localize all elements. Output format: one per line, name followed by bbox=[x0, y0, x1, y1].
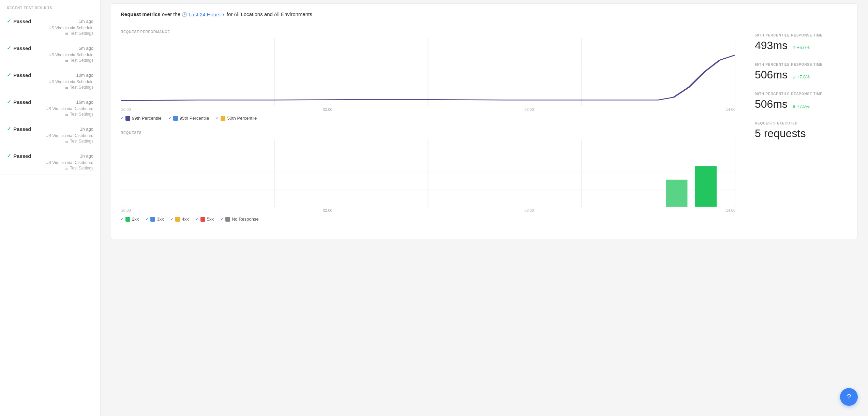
sidebar-header: Recent Test Results bbox=[0, 0, 100, 13]
check-icon-0: ✓ bbox=[7, 18, 11, 24]
check-icon-1: ✓ bbox=[7, 45, 11, 51]
requests-x-label-2: 08:00 bbox=[524, 208, 534, 212]
legend-3xx: ✓ 3xx bbox=[146, 217, 164, 222]
legend-50th-label: 50th Percentile bbox=[227, 116, 257, 121]
legend-5xx-color bbox=[200, 217, 205, 222]
settings-label-1: Test Settings bbox=[70, 58, 93, 63]
settings-2[interactable]: ☰ Test Settings bbox=[7, 85, 93, 90]
metrics-header: Request metrics over the 🕐 Last 24 Hours… bbox=[111, 4, 857, 23]
p50-value-row: 493ms ⊕ +5.0% bbox=[755, 39, 848, 52]
perf-legend: ✓ 99th Percentile ✓ 95th Percentile ✓ bbox=[121, 116, 735, 121]
performance-svg bbox=[121, 38, 735, 106]
p99-value-row: 506ms ⊕ +7.8% bbox=[755, 98, 848, 110]
main-content: Request metrics over the 🕐 Last 24 Hours… bbox=[101, 0, 868, 416]
test-result-item-2[interactable]: ✓ Passed 10m ago US Virginia via Schedul… bbox=[0, 67, 100, 94]
requests-x-label-1: 02:00 bbox=[323, 208, 332, 212]
p99-stat: 99TH PERCENTILE RESPONSE TIME 506ms ⊕ +7… bbox=[755, 92, 848, 110]
location-2: US Virginia via Schedule bbox=[7, 79, 93, 84]
svg-rect-13 bbox=[695, 166, 717, 207]
legend-50th: ✓ 50th Percentile bbox=[216, 116, 257, 121]
settings-label-0: Test Settings bbox=[70, 31, 93, 36]
check-icon-5: ✓ bbox=[7, 153, 11, 159]
p50-stat: 50TH PERCENTILE RESPONSE TIME 493ms ⊕ +5… bbox=[755, 33, 848, 52]
p95-change-icon: ⊕ bbox=[792, 75, 796, 79]
time-ago-5: 1h ago bbox=[80, 153, 93, 159]
legend-no-response-check: ✓ bbox=[221, 217, 224, 221]
layers-icon-1: ☰ bbox=[65, 58, 69, 63]
settings-3[interactable]: ☰ Test Settings bbox=[7, 112, 93, 117]
p50-change: ⊕ +5.0% bbox=[792, 45, 810, 50]
requests-svg bbox=[121, 139, 735, 207]
settings-0[interactable]: ☰ Test Settings bbox=[7, 31, 93, 36]
sidebar: Recent Test Results ✓ Passed 1m ago US V… bbox=[0, 0, 101, 416]
p99-change-icon: ⊕ bbox=[792, 104, 796, 109]
settings-label-4: Test Settings bbox=[70, 139, 93, 144]
status-label-1: Passed bbox=[13, 45, 31, 51]
test-result-item-1[interactable]: ✓ Passed 5m ago US Virginia via Schedule… bbox=[0, 40, 100, 67]
legend-50th-check: ✓ bbox=[216, 116, 219, 120]
requests-x-label-3: 14:00 bbox=[726, 208, 735, 212]
chat-icon: ? bbox=[847, 392, 851, 401]
location-3: US Virginia via Dashboard bbox=[7, 106, 93, 111]
requests-chart-title: REQUESTS bbox=[121, 131, 735, 135]
svg-rect-12 bbox=[666, 180, 687, 207]
time-ago-2: 10m ago bbox=[76, 73, 93, 78]
location-4: US Virginia via Dashboard bbox=[7, 133, 93, 138]
requests-x-labels: 20:00 02:00 08:00 14:00 bbox=[121, 207, 735, 212]
legend-99th: ✓ 99th Percentile bbox=[121, 116, 162, 121]
test-result-item-4[interactable]: ✓ Passed 1h ago US Virginia via Dashboar… bbox=[0, 121, 100, 148]
p50-change-icon: ⊕ bbox=[792, 45, 796, 50]
legend-99th-check: ✓ bbox=[121, 116, 124, 120]
performance-chart-container bbox=[121, 38, 735, 106]
location-0: US Virginia via Schedule bbox=[7, 26, 93, 30]
p95-change: ⊕ +7.8% bbox=[792, 74, 810, 79]
settings-5[interactable]: ☰ Test Settings bbox=[7, 166, 93, 170]
chat-button[interactable]: ? bbox=[840, 388, 858, 406]
check-icon-3: ✓ bbox=[7, 99, 11, 105]
location-1: US Virginia via Schedule bbox=[7, 53, 93, 57]
p50-label: 50TH PERCENTILE RESPONSE TIME bbox=[755, 33, 848, 37]
legend-95th-color bbox=[173, 116, 178, 121]
legend-4xx-color bbox=[175, 217, 180, 222]
legend-99th-label: 99th Percentile bbox=[132, 116, 162, 121]
location-5: US Virginia via Dashboard bbox=[7, 160, 93, 165]
metrics-over: over the bbox=[162, 11, 180, 17]
status-label-2: Passed bbox=[13, 72, 31, 78]
settings-label-2: Test Settings bbox=[70, 85, 93, 90]
legend-no-response-label: No Response bbox=[232, 217, 259, 222]
settings-label-3: Test Settings bbox=[70, 112, 93, 117]
legend-4xx-label: 4xx bbox=[182, 217, 189, 222]
time-ago-0: 1m ago bbox=[79, 19, 93, 24]
layers-icon-4: ☰ bbox=[65, 139, 69, 144]
perf-x-label-3: 14:00 bbox=[726, 107, 735, 112]
stats-panel: 50TH PERCENTILE RESPONSE TIME 493ms ⊕ +5… bbox=[745, 23, 857, 239]
clock-icon: 🕐 bbox=[182, 12, 187, 17]
test-result-item-0[interactable]: ✓ Passed 1m ago US Virginia via Schedule… bbox=[0, 13, 100, 40]
time-period-selector[interactable]: 🕐 Last 24 Hours ▼ bbox=[182, 12, 225, 17]
requests-chart-container bbox=[121, 139, 735, 207]
time-ago-4: 1h ago bbox=[80, 127, 93, 132]
legend-2xx: ✓ 2xx bbox=[121, 217, 139, 222]
p99-change: ⊕ +7.8% bbox=[792, 104, 810, 109]
legend-no-response-color bbox=[225, 217, 230, 222]
settings-4[interactable]: ☰ Test Settings bbox=[7, 139, 93, 144]
settings-label-5: Test Settings bbox=[70, 166, 93, 170]
legend-5xx-label: 5xx bbox=[207, 217, 214, 222]
metrics-title-bold: Request metrics bbox=[121, 11, 161, 17]
settings-1[interactable]: ☰ Test Settings bbox=[7, 58, 93, 63]
p99-label: 99TH PERCENTILE RESPONSE TIME bbox=[755, 92, 848, 96]
legend-3xx-color bbox=[150, 217, 155, 222]
status-label-4: Passed bbox=[13, 126, 31, 132]
legend-no-response: ✓ No Response bbox=[221, 217, 259, 222]
p95-label: 95TH PERCENTILE RESPONSE TIME bbox=[755, 63, 848, 66]
test-result-item-5[interactable]: ✓ Passed 1h ago US Virginia via Dashboar… bbox=[0, 148, 100, 175]
check-icon-2: ✓ bbox=[7, 72, 11, 78]
time-ago-1: 5m ago bbox=[79, 46, 93, 51]
test-result-item-3[interactable]: ✓ Passed 16m ago US Virginia via Dashboa… bbox=[0, 94, 100, 121]
perf-x-label-1: 02:00 bbox=[323, 107, 332, 112]
status-label-5: Passed bbox=[13, 153, 31, 159]
legend-99th-color bbox=[125, 116, 130, 121]
legend-95th: ✓ 95th Percentile bbox=[168, 116, 209, 121]
legend-2xx-label: 2xx bbox=[132, 217, 139, 222]
status-label-3: Passed bbox=[13, 99, 31, 105]
